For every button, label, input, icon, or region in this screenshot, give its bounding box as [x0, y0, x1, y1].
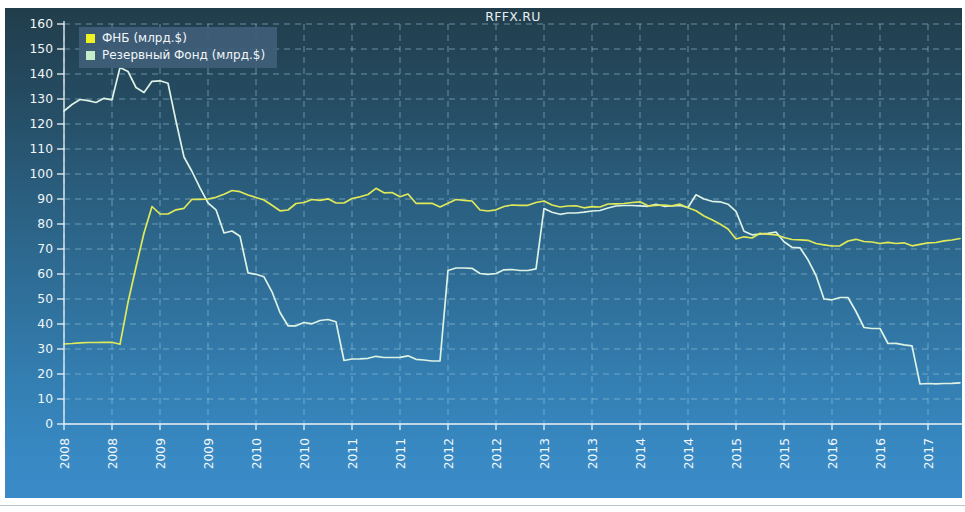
svg-text:2012: 2012 — [442, 438, 456, 469]
svg-text:2011: 2011 — [346, 438, 360, 469]
legend: ФНБ (млрд.$) Резервный Фонд (млрд.$) — [79, 27, 277, 68]
reserve-fund-color-swatch-icon — [86, 51, 95, 60]
svg-text:40: 40 — [37, 317, 53, 331]
svg-text:2008: 2008 — [106, 438, 120, 469]
svg-text:150: 150 — [30, 42, 53, 56]
svg-text:70: 70 — [37, 242, 53, 256]
axes — [57, 21, 962, 430]
svg-text:2014: 2014 — [682, 438, 696, 469]
svg-text:2011: 2011 — [394, 438, 408, 469]
svg-text:50: 50 — [37, 292, 53, 306]
svg-text:80: 80 — [37, 217, 53, 231]
fnb-color-swatch-icon — [86, 34, 95, 43]
series-line-reserve-fund — [64, 68, 960, 385]
svg-text:2009: 2009 — [154, 438, 168, 469]
svg-text:60: 60 — [37, 267, 53, 281]
svg-text:2014: 2014 — [634, 438, 648, 469]
series-line-fnb — [64, 188, 960, 344]
svg-text:130: 130 — [30, 92, 53, 106]
svg-text:2016: 2016 — [874, 438, 888, 469]
svg-text:30: 30 — [37, 342, 53, 356]
svg-text:2008: 2008 — [58, 438, 72, 469]
svg-text:2013: 2013 — [538, 438, 552, 469]
svg-text:2010: 2010 — [298, 438, 312, 469]
svg-text:160: 160 — [30, 17, 53, 31]
svg-text:110: 110 — [30, 142, 53, 156]
window-bottom-border — [0, 505, 965, 506]
x-axis-labels: 2008200820092009201020102011201120122012… — [58, 438, 936, 469]
screenshot: { "title": "RFFX.RU", "legend": [ {"labe… — [0, 0, 965, 512]
reserve-fund-legend-label: Резервный Фонд (млрд.$) — [102, 48, 265, 63]
svg-text:2017: 2017 — [922, 438, 936, 469]
svg-text:140: 140 — [30, 67, 53, 81]
legend-item-reserve-fund: Резервный Фонд (млрд.$) — [86, 48, 265, 63]
fnb-legend-label: ФНБ (млрд.$) — [102, 31, 187, 46]
svg-text:100: 100 — [30, 167, 53, 181]
gridlines — [64, 24, 962, 424]
svg-text:90: 90 — [37, 192, 53, 206]
plot-area: 0102030405060708090100110120130140150160… — [5, 8, 962, 498]
svg-text:2010: 2010 — [250, 438, 264, 469]
svg-text:2016: 2016 — [826, 438, 840, 469]
svg-text:10: 10 — [37, 392, 53, 406]
svg-text:120: 120 — [30, 117, 53, 131]
svg-text:2009: 2009 — [202, 438, 216, 469]
rffx-fund-chart: RFFX.RU 01020304050607080901001101201301… — [5, 8, 962, 498]
y-axis-labels: 0102030405060708090100110120130140150160 — [30, 17, 53, 431]
svg-text:20: 20 — [37, 367, 53, 381]
legend-item-fnb: ФНБ (млрд.$) — [86, 31, 265, 46]
svg-text:0: 0 — [45, 417, 53, 431]
svg-text:2012: 2012 — [490, 438, 504, 469]
svg-text:2015: 2015 — [730, 438, 744, 469]
svg-text:2013: 2013 — [586, 438, 600, 469]
svg-text:2015: 2015 — [778, 438, 792, 469]
